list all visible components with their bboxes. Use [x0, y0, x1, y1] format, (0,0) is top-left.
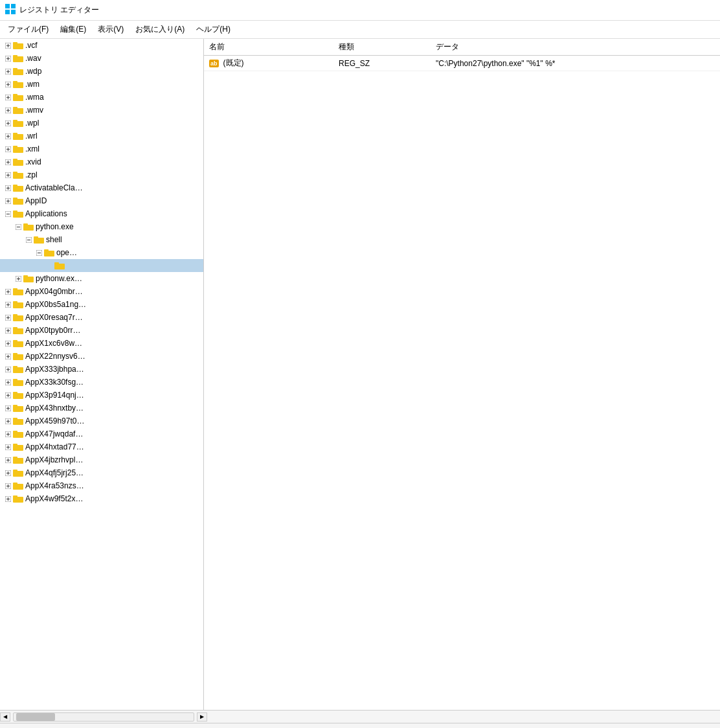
expand-icon-appx43hnxtby[interactable]	[3, 403, 13, 413]
tree-item-appid[interactable]: AppID	[0, 194, 203, 207]
tree-item-appx4ra53nzs[interactable]: AppX4ra53nzs…	[0, 479, 203, 492]
scroll-right-arrow[interactable]: ▶	[197, 712, 207, 722]
tree-item-appx1xc6v8w[interactable]: AppX1xc6v8w…	[0, 337, 203, 350]
tree-item-shell[interactable]: shell	[0, 233, 203, 246]
tree-item-appx4w9f5t2x[interactable]: AppX4w9f5t2x…	[0, 492, 203, 505]
expand-icon-wrl[interactable]	[3, 131, 13, 141]
menu-edit[interactable]: 編集(E)	[55, 22, 91, 37]
tree-item-appx4jbzrhvpl[interactable]: AppX4jbzrhvpl…	[0, 453, 203, 466]
expand-icon-command[interactable]	[44, 260, 54, 271]
expand-icon-shell[interactable]	[23, 234, 34, 245]
tree-item-appx0bs5a1ng[interactable]: AppX0bs5a1ng…	[0, 298, 203, 311]
expand-icon-appx4ra53nzs[interactable]	[3, 481, 13, 491]
tree-item-zpl[interactable]: .zpl	[0, 168, 203, 181]
expand-icon-appx33k30fsg[interactable]	[3, 377, 13, 387]
column-header-type: 種類	[339, 41, 436, 52]
tree-item-wm[interactable]: .wm	[0, 78, 203, 91]
svg-rect-12	[13, 56, 23, 62]
horizontal-scrollbar[interactable]: ◀ ▶	[0, 710, 720, 723]
tree-item-appx4hxtad77[interactable]: AppX4hxtad77…	[0, 440, 203, 453]
expand-icon-xvid[interactable]	[3, 157, 13, 167]
tree-pane[interactable]: .vcf .wav .wdp .wm .wma .wmv .wpl .wrl .…	[0, 39, 204, 710]
folder-icon-vcf	[13, 41, 23, 50]
menu-favorites[interactable]: お気に入り(A)	[130, 22, 190, 37]
tree-item-wav[interactable]: .wav	[0, 52, 203, 65]
expand-icon-activatablecla[interactable]	[3, 183, 13, 193]
tree-item-activatablecla[interactable]: ActivatableCla…	[0, 181, 203, 194]
tree-item-appx22nnysvb[interactable]: AppX22nnysv6…	[0, 350, 203, 363]
tree-item-appx459h97t0[interactable]: AppX459h97t0…	[0, 415, 203, 427]
expand-icon-appx04g0mbr[interactable]	[3, 286, 13, 297]
tree-label-appx47jwqdaf: AppX47jwqdaf…	[25, 429, 83, 438]
menu-view[interactable]: 表示(V)	[93, 22, 129, 37]
tree-item-appx43hnxtby[interactable]: AppX43hnxtby…	[0, 402, 203, 415]
tree-item-wpl[interactable]: .wpl	[0, 117, 203, 130]
expand-icon-pythonwexe[interactable]	[13, 273, 23, 284]
expand-icon-appx3p914qnj[interactable]	[3, 390, 13, 400]
expand-icon-vcf[interactable]	[3, 40, 13, 51]
menu-file[interactable]: ファイル(F)	[3, 22, 54, 37]
expand-icon-pythonexe[interactable]	[13, 222, 23, 232]
expand-icon-appx4hxtad77[interactable]	[3, 442, 13, 452]
menu-help[interactable]: ヘルプ(H)	[191, 22, 236, 37]
tree-item-xvid[interactable]: .xvid	[0, 155, 203, 168]
tree-item-xml[interactable]: .xml	[0, 142, 203, 155]
expand-icon-appx0bs5a1ng[interactable]	[3, 299, 13, 310]
expand-icon-appid[interactable]	[3, 196, 13, 206]
tree-label-appx43hnxtby: AppX43hnxtby…	[25, 404, 84, 413]
expand-icon-wav[interactable]	[3, 53, 13, 63]
tree-item-appx47jwqdaf[interactable]: AppX47jwqdaf…	[0, 427, 203, 440]
tree-item-appx04g0mbr[interactable]: AppX04g0mbr…	[0, 285, 203, 298]
expand-icon-open[interactable]	[34, 247, 44, 258]
tree-item-appx0tpyb0rr[interactable]: AppX0tpyb0rr…	[0, 324, 203, 337]
expand-icon-xml[interactable]	[3, 144, 13, 154]
tree-item-wdp[interactable]: .wdp	[0, 65, 203, 78]
tree-label-wav: .wav	[25, 54, 41, 63]
expand-icon-appx0resaq7r[interactable]	[3, 312, 13, 323]
expand-icon-appx0tpyb0rr[interactable]	[3, 325, 13, 336]
scroll-thumb[interactable]	[16, 713, 55, 721]
tree-item-wmv[interactable]: .wmv	[0, 104, 203, 117]
expand-icon-appx459h97t0[interactable]	[3, 416, 13, 426]
expand-icon-wdp[interactable]	[3, 66, 13, 76]
expand-icon-wm[interactable]	[3, 79, 13, 89]
tree-item-applications[interactable]: Applications	[0, 207, 203, 220]
expand-icon-wpl[interactable]	[3, 118, 13, 128]
tree-item-appx0resaq7r[interactable]: AppX0resaq7r…	[0, 311, 203, 324]
tree-item-vcf[interactable]: .vcf	[0, 39, 203, 52]
expand-icon-zpl[interactable]	[3, 170, 13, 180]
expand-icon-appx1xc6v8w[interactable]	[3, 338, 13, 348]
svg-rect-104	[13, 302, 23, 308]
scroll-left-arrow[interactable]: ◀	[0, 712, 10, 722]
expand-icon-appx4jbzrhvpl[interactable]	[3, 455, 13, 465]
expand-icon-appx4qfj5jrj25[interactable]	[3, 468, 13, 478]
expand-icon-wmv[interactable]	[3, 105, 13, 115]
svg-rect-179	[13, 497, 23, 503]
tree-item-pythonexe[interactable]: python.exe	[0, 220, 203, 233]
expand-icon-applications[interactable]	[3, 209, 13, 219]
tree-item-pythonwexe[interactable]: pythonw.ex…	[0, 272, 203, 285]
registry-editor-icon	[5, 4, 16, 16]
tree-item-appx333jbhpa[interactable]: AppX333jbhpa…	[0, 363, 203, 376]
folder-icon-appx43hnxtby	[13, 404, 23, 413]
tree-item-wma[interactable]: .wma	[0, 91, 203, 104]
expand-icon-appx22nnysvb[interactable]	[3, 351, 13, 361]
svg-rect-0	[5, 4, 10, 8]
tree-item-appx3p914qnj[interactable]: AppX3p914qnj…	[0, 389, 203, 402]
folder-icon-appx1xc6v8w	[13, 339, 23, 348]
svg-rect-82	[34, 236, 38, 238]
expand-icon-wma[interactable]	[3, 92, 13, 102]
svg-rect-149	[13, 419, 23, 425]
detail-row-0[interactable]: ab(既定)REG_SZ"C:\Python27\python.exe" "%1…	[204, 56, 720, 71]
tree-item-wrl[interactable]: .wrl	[0, 130, 203, 142]
expand-icon-appx4w9f5t2x[interactable]	[3, 494, 13, 504]
tree-item-command[interactable]	[0, 259, 203, 272]
scroll-track[interactable]	[13, 712, 194, 722]
tree-item-appx4qfj5jrj25[interactable]: AppX4qfj5jrj25…	[0, 466, 203, 479]
folder-icon-wpl	[13, 119, 23, 128]
detail-pane: 名前 種類 データ ab(既定)REG_SZ"C:\Python27\pytho…	[204, 39, 720, 710]
expand-icon-appx47jwqdaf[interactable]	[3, 429, 13, 439]
tree-item-open[interactable]: ope…	[0, 246, 203, 259]
tree-item-appx33k30fsg[interactable]: AppX33k30fsg…	[0, 376, 203, 389]
expand-icon-appx333jbhpa[interactable]	[3, 364, 13, 374]
